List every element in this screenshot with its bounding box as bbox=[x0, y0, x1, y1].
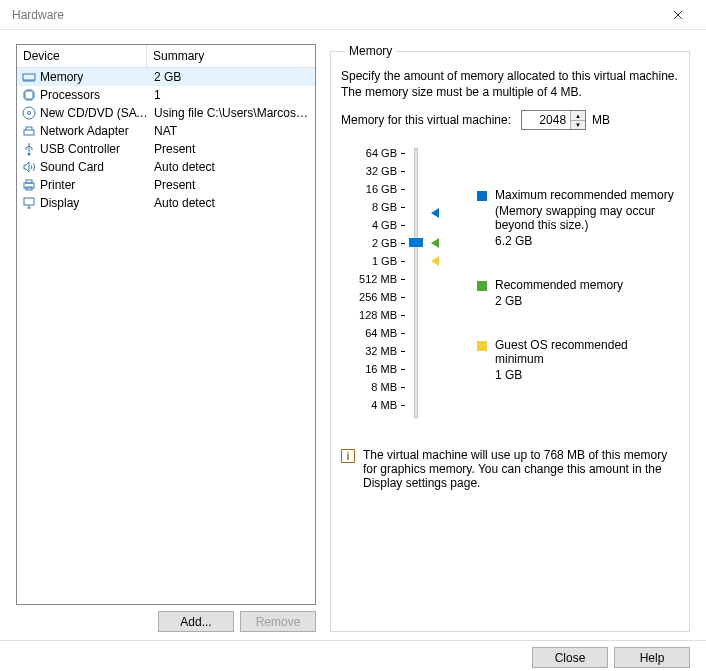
device-name: Network Adapter bbox=[40, 124, 150, 138]
memory-unit: MB bbox=[592, 113, 610, 127]
slider-thumb[interactable] bbox=[409, 238, 423, 247]
svg-rect-0 bbox=[23, 74, 35, 80]
device-name: Sound Card bbox=[40, 160, 150, 174]
svg-point-5 bbox=[28, 153, 31, 156]
min-label: Guest OS recommended minimum bbox=[495, 338, 679, 366]
rec-swatch bbox=[477, 281, 487, 291]
max-rec-note: (Memory swapping may occur beyond this s… bbox=[495, 204, 679, 232]
titlebar: Hardware bbox=[0, 0, 706, 30]
column-header-summary[interactable]: Summary bbox=[147, 45, 315, 67]
device-summary: 2 GB bbox=[150, 70, 311, 84]
sound-icon bbox=[21, 159, 37, 175]
tick-label: 16 MB bbox=[365, 360, 397, 378]
column-header-device[interactable]: Device bbox=[17, 45, 147, 67]
add-button[interactable]: Add... bbox=[158, 611, 234, 632]
max-rec-label: Maximum recommended memory bbox=[495, 188, 679, 202]
tick-label: 128 MB bbox=[359, 306, 397, 324]
device-summary: Auto detect bbox=[150, 196, 311, 210]
tick-label: 64 GB bbox=[366, 144, 397, 162]
max-swatch bbox=[477, 191, 487, 201]
device-name: USB Controller bbox=[40, 142, 150, 156]
device-summary: Auto detect bbox=[150, 160, 311, 174]
close-icon bbox=[673, 10, 683, 20]
min-swatch bbox=[477, 341, 487, 351]
svg-rect-7 bbox=[26, 180, 32, 183]
device-summary: Present bbox=[150, 142, 311, 156]
max-rec-value: 6.2 GB bbox=[495, 234, 679, 248]
svg-point-3 bbox=[28, 112, 31, 115]
memory-legend: Memory bbox=[345, 44, 396, 58]
usb-icon bbox=[21, 141, 37, 157]
memory-icon bbox=[21, 69, 37, 85]
help-button[interactable]: Help bbox=[614, 647, 690, 668]
memory-groupbox: Memory Specify the amount of memory allo… bbox=[330, 44, 690, 632]
tick-label: 32 MB bbox=[365, 342, 397, 360]
info-icon: i bbox=[341, 449, 355, 463]
close-window-button[interactable] bbox=[658, 0, 698, 30]
remove-button[interactable]: Remove bbox=[240, 611, 316, 632]
marker-min bbox=[431, 256, 439, 266]
spinner-down[interactable]: ▼ bbox=[571, 121, 585, 130]
device-name: Printer bbox=[40, 178, 150, 192]
svg-point-2 bbox=[23, 107, 35, 119]
window-title: Hardware bbox=[8, 8, 658, 22]
tick-label: 8 MB bbox=[371, 378, 397, 396]
spinner-up[interactable]: ▲ bbox=[571, 111, 585, 121]
memory-input-label: Memory for this virtual machine: bbox=[341, 113, 511, 127]
svg-rect-1 bbox=[25, 91, 33, 99]
device-row-usb-controller[interactable]: USB ControllerPresent bbox=[17, 140, 315, 158]
marker-recommended bbox=[431, 238, 439, 248]
memory-description: Specify the amount of memory allocated t… bbox=[341, 68, 679, 100]
tick-label: 4 GB bbox=[372, 216, 397, 234]
device-name: New CD/DVD (SATA) bbox=[40, 106, 150, 120]
graphics-note: The virtual machine will use up to 768 M… bbox=[363, 448, 679, 490]
device-name: Display bbox=[40, 196, 150, 210]
display-icon bbox=[21, 195, 37, 211]
min-value: 1 GB bbox=[495, 368, 679, 382]
tick-label: 32 GB bbox=[366, 162, 397, 180]
cpu-icon bbox=[21, 87, 37, 103]
device-summary: Present bbox=[150, 178, 311, 192]
svg-rect-4 bbox=[24, 130, 34, 135]
device-summary: 1 bbox=[150, 88, 311, 102]
device-row-processors[interactable]: Processors1 bbox=[17, 86, 315, 104]
marker-max bbox=[431, 208, 439, 218]
device-row-network-adapter[interactable]: Network AdapterNAT bbox=[17, 122, 315, 140]
tick-label: 64 MB bbox=[365, 324, 397, 342]
tick-label: 1 GB bbox=[372, 252, 397, 270]
tick-label: 256 MB bbox=[359, 288, 397, 306]
tick-label: 512 MB bbox=[359, 270, 397, 288]
device-row-sound-card[interactable]: Sound CardAuto detect bbox=[17, 158, 315, 176]
tick-label: 2 GB bbox=[372, 234, 397, 252]
memory-slider[interactable] bbox=[405, 144, 427, 418]
rec-value: 2 GB bbox=[495, 294, 623, 308]
device-row-printer[interactable]: PrinterPresent bbox=[17, 176, 315, 194]
memory-spinner[interactable]: ▲ ▼ bbox=[521, 110, 586, 130]
device-row-memory[interactable]: Memory2 GB bbox=[17, 68, 315, 86]
close-button[interactable]: Close bbox=[532, 647, 608, 668]
tick-label: 4 MB bbox=[371, 396, 397, 414]
device-row-new-cd-dvd-sata-[interactable]: New CD/DVD (SATA)Using file C:\Users\Mar… bbox=[17, 104, 315, 122]
tick-label: 8 GB bbox=[372, 198, 397, 216]
device-name: Processors bbox=[40, 88, 150, 102]
device-row-display[interactable]: DisplayAuto detect bbox=[17, 194, 315, 212]
device-name: Memory bbox=[40, 70, 150, 84]
device-summary: Using file C:\Users\Marcos\D... bbox=[150, 106, 311, 120]
network-icon bbox=[21, 123, 37, 139]
device-table: Device Summary Memory2 GBProcessors1New … bbox=[16, 44, 316, 605]
tick-label: 16 GB bbox=[366, 180, 397, 198]
memory-input[interactable] bbox=[522, 111, 570, 129]
printer-icon bbox=[21, 177, 37, 193]
svg-rect-9 bbox=[24, 198, 34, 205]
cd-icon bbox=[21, 105, 37, 121]
rec-label: Recommended memory bbox=[495, 278, 623, 292]
device-summary: NAT bbox=[150, 124, 311, 138]
